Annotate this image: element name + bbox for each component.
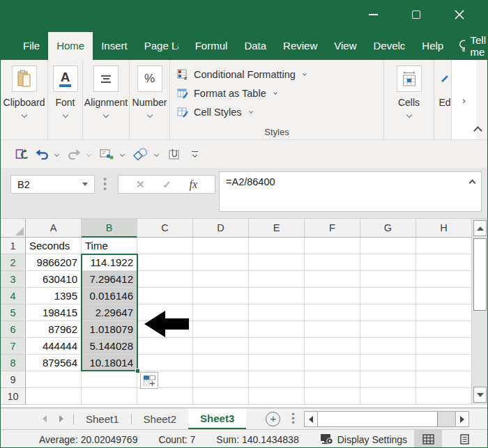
row-header-9[interactable]: 9 [1, 371, 26, 388]
cell-e9[interactable] [249, 371, 305, 388]
row-header-4[interactable]: 4 [1, 288, 26, 304]
close-button[interactable] [444, 4, 475, 25]
select-all-button[interactable] [1, 219, 26, 238]
cell-c10[interactable] [137, 388, 193, 405]
row-header-3[interactable]: 3 [1, 271, 26, 288]
page-layout-view-button[interactable] [450, 430, 478, 448]
chevron-down-icon[interactable] [62, 112, 68, 118]
chevron-down-icon[interactable] [21, 112, 26, 118]
tab-bar-drag-handle[interactable]: ••• [291, 412, 295, 425]
cell-f5[interactable] [305, 304, 360, 321]
cell-e6[interactable] [249, 321, 305, 338]
cancel-icon[interactable]: ✕ [136, 178, 145, 191]
menu-tab-file[interactable]: File [15, 32, 48, 60]
new-sheet-button[interactable]: + [266, 412, 280, 426]
cell-g1[interactable] [360, 238, 416, 254]
alignment-button[interactable] [93, 65, 119, 92]
scroll-right-button[interactable] [455, 412, 468, 426]
cell-d3[interactable] [193, 271, 249, 288]
cell-f10[interactable] [305, 388, 360, 405]
cell-b4[interactable]: 0.016146 [82, 288, 137, 304]
cell-f9[interactable] [305, 371, 360, 388]
cell-g4[interactable] [360, 288, 416, 304]
cell-h8[interactable] [416, 355, 472, 371]
prev-sheet-icon[interactable] [43, 415, 47, 422]
cell-b10[interactable] [82, 388, 137, 405]
cell-b5[interactable]: 2.29647 [82, 304, 137, 321]
ribbon-group-clipboard[interactable]: Clipboard [1, 60, 48, 139]
cells-button[interactable] [397, 65, 422, 92]
cell-h1[interactable] [416, 238, 472, 254]
row-header-8[interactable]: 8 [1, 355, 26, 371]
shapes-button[interactable] [131, 144, 151, 164]
fill-handle[interactable] [135, 369, 140, 373]
cell-a4[interactable]: 1395 [26, 288, 82, 304]
cell-d1[interactable] [193, 238, 249, 254]
vertical-scroll-thumb[interactable] [473, 238, 487, 311]
share-button[interactable] [98, 144, 116, 164]
cell-c8[interactable] [137, 355, 193, 371]
expand-formula-bar-icon[interactable] [469, 180, 476, 187]
cell-a3[interactable]: 630410 [26, 271, 82, 288]
cell-styles-button[interactable]: Cell Styles [177, 102, 383, 121]
cell-g6[interactable] [360, 321, 416, 338]
cell-a2[interactable]: 9866207 [26, 254, 82, 271]
cell-a6[interactable]: 87962 [26, 321, 82, 338]
menu-tab-data[interactable]: Data [236, 32, 275, 60]
cell-h7[interactable] [416, 338, 472, 355]
cell-e5[interactable] [249, 304, 305, 321]
cell-b7[interactable]: 5.144028 [82, 338, 137, 355]
cell-e8[interactable] [249, 355, 305, 371]
cell-h2[interactable] [416, 254, 472, 271]
undo-button[interactable] [33, 144, 51, 164]
sheet-tab-sheet3[interactable]: Sheet3 [188, 408, 246, 429]
sheet-tab-sheet2[interactable]: Sheet2 [132, 408, 189, 429]
menu-tab-home[interactable]: Home [48, 32, 93, 60]
column-header-d[interactable]: D [193, 219, 249, 238]
enter-icon[interactable]: ✓ [162, 178, 171, 191]
conditional-formatting-button[interactable]: ≠ Conditional Formatting [177, 65, 383, 84]
cell-b3[interactable]: 7.296412 [82, 271, 137, 288]
cell-f6[interactable] [305, 321, 360, 338]
cell-a8[interactable]: 879564 [26, 355, 82, 371]
ribbon-group-alignment[interactable]: Alignment [83, 60, 130, 139]
menu-tab-help[interactable]: Help [413, 32, 452, 60]
cell-f1[interactable] [305, 238, 360, 254]
cell-b1[interactable]: Time [82, 238, 137, 254]
cell-e2[interactable] [249, 254, 305, 271]
redo-dropdown-icon[interactable] [86, 151, 91, 156]
cell-d8[interactable] [193, 355, 249, 371]
cell-c4[interactable] [137, 288, 193, 304]
column-header-b[interactable]: B [82, 219, 137, 238]
tell-me-box[interactable]: Tell me [452, 32, 488, 60]
redo-button[interactable] [66, 144, 83, 164]
cell-f2[interactable] [305, 254, 360, 271]
ribbon-scroll-right-button[interactable]: › [451, 60, 476, 139]
ribbon-group-cells[interactable]: Cells [384, 60, 434, 139]
cell-a10[interactable] [26, 388, 82, 405]
cell-h3[interactable] [416, 271, 472, 288]
cell-g7[interactable] [360, 338, 416, 355]
insert-function-icon[interactable]: fx [190, 178, 198, 191]
cell-d7[interactable] [193, 338, 249, 355]
cell-e1[interactable] [249, 238, 305, 254]
cell-g10[interactable] [360, 388, 416, 405]
cell-c7[interactable] [137, 338, 193, 355]
chevron-down-icon[interactable] [146, 112, 152, 118]
cell-a7[interactable]: 444444 [26, 338, 82, 355]
maximize-button[interactable] [401, 4, 432, 25]
cell-d9[interactable] [193, 371, 249, 388]
row-header-2[interactable]: 2 [1, 254, 26, 271]
formula-bar-drag-handle[interactable]: ••• [103, 177, 107, 192]
scroll-left-button[interactable] [305, 412, 318, 426]
column-header-c[interactable]: C [137, 219, 193, 238]
share-dropdown-icon[interactable] [120, 151, 125, 156]
cell-d2[interactable] [193, 254, 249, 271]
horizontal-scrollbar[interactable] [304, 411, 469, 427]
row-header-1[interactable]: 1 [1, 238, 26, 254]
menu-tab-view[interactable]: View [326, 32, 365, 60]
cell-b2[interactable]: 114.1922 [82, 254, 137, 271]
name-box[interactable]: B2 [10, 175, 95, 194]
menu-tab-review[interactable]: Review [275, 32, 326, 60]
ribbon-group-font[interactable]: A Font [48, 60, 83, 139]
